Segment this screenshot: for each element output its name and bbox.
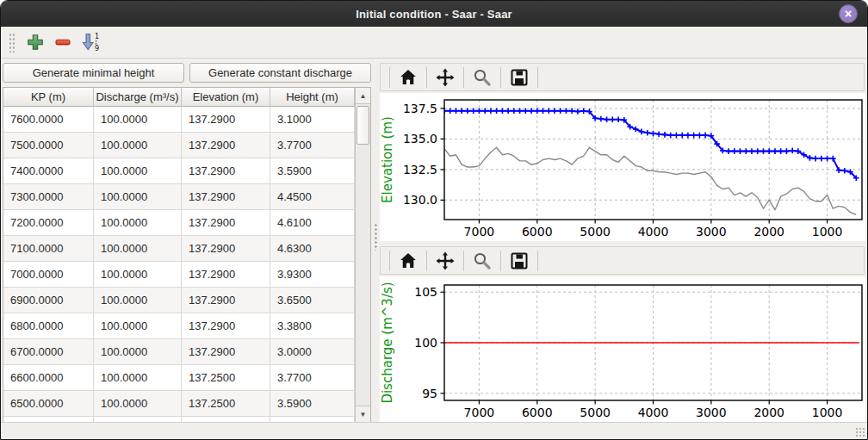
- plot-home-button[interactable]: [395, 249, 421, 273]
- column-header-elevation[interactable]: Elevation (m): [182, 88, 270, 107]
- table-row[interactable]: 7500.0000100.0000137.29003.7700: [3, 133, 355, 158]
- table-cell[interactable]: 7200.0000: [3, 210, 94, 236]
- table-cell[interactable]: 137.2900: [182, 210, 270, 236]
- svg-text:1: 1: [95, 33, 99, 40]
- plot-zoom-button[interactable]: [469, 65, 495, 90]
- scrollbar-up-arrow-icon[interactable]: ▲: [356, 88, 370, 104]
- table-cell[interactable]: 6800.0000: [3, 313, 94, 339]
- table-cell[interactable]: 3.0000: [270, 339, 355, 365]
- table-cell[interactable]: 100.0000: [94, 236, 182, 262]
- pan-icon: [435, 251, 456, 271]
- table-cell[interactable]: 3.7700: [270, 133, 355, 158]
- elevation-figure-canvas[interactable]: 7000600050004000300020001000137.5135.013…: [380, 93, 865, 241]
- table-cell[interactable]: 100.0000: [94, 210, 182, 236]
- zoom-icon: [472, 67, 493, 88]
- svg-text:130.0: 130.0: [403, 193, 437, 207]
- table-cell[interactable]: 100.0000: [94, 158, 182, 184]
- titlebar[interactable]: Initial condition - Saar - Saar ×: [1, 1, 867, 27]
- column-header-kp[interactable]: KP (m): [3, 88, 94, 107]
- remove-row-button[interactable]: [51, 30, 75, 54]
- table-row[interactable]: 6900.0000100.0000137.29003.6500: [3, 288, 355, 313]
- splitter-handle[interactable]: [375, 223, 377, 251]
- table-cell[interactable]: 137.2500: [182, 365, 270, 391]
- table-cell[interactable]: 6700.0000: [3, 339, 94, 365]
- table-cell[interactable]: 6500.0000: [3, 391, 94, 417]
- add-row-button[interactable]: [23, 30, 47, 54]
- resize-grip[interactable]: [855, 427, 865, 437]
- table-cell[interactable]: 100.0000: [94, 313, 182, 339]
- table-cell[interactable]: 137.2900: [182, 184, 270, 210]
- table-row[interactable]: 6700.0000100.0000137.29003.0000: [3, 339, 355, 365]
- plot-pan-button[interactable]: [432, 249, 458, 273]
- save-icon: [509, 67, 530, 88]
- table-row[interactable]: 6800.0000100.0000137.29003.3800: [3, 313, 355, 339]
- discharge-plot-toolbar: [380, 246, 865, 275]
- svg-text:2000: 2000: [753, 225, 784, 239]
- plot-save-button[interactable]: [506, 65, 532, 90]
- column-header-height[interactable]: Height (m): [270, 88, 355, 107]
- plot-zoom-button[interactable]: [469, 249, 495, 273]
- table-cell[interactable]: 137.2900: [182, 107, 270, 133]
- table-cell[interactable]: 100.0000: [94, 391, 182, 417]
- table-cell[interactable]: 100.0000: [94, 365, 182, 391]
- table-cell[interactable]: 4.6300: [270, 236, 355, 262]
- table-cell[interactable]: 3.5900: [270, 158, 355, 184]
- table-cell[interactable]: 4.6100: [270, 210, 355, 236]
- table-cell[interactable]: 100.0000: [94, 184, 182, 210]
- plot-save-button[interactable]: [506, 249, 532, 273]
- toolbar-drag-handle[interactable]: [8, 32, 15, 53]
- table-scrollbar[interactable]: ▲ ▼: [355, 88, 370, 422]
- column-header-discharge[interactable]: Discharge (m³/s): [94, 88, 182, 107]
- table-row[interactable]: 7200.0000100.0000137.29004.6100: [3, 210, 355, 236]
- sort-ascending-button[interactable]: 1 9: [78, 30, 102, 54]
- table-cell[interactable]: 3.6500: [270, 288, 355, 313]
- table-cell[interactable]: 4.4500: [270, 184, 355, 210]
- table-cell[interactable]: 100.0000: [94, 133, 182, 158]
- table-cell[interactable]: 137.2900: [182, 288, 270, 313]
- scrollbar-down-arrow-icon[interactable]: ▼: [356, 406, 370, 422]
- table-cell[interactable]: 7500.0000: [3, 133, 94, 158]
- content-area: Generate minimal height Generate constan…: [1, 59, 867, 422]
- scrollbar-thumb[interactable]: [356, 106, 369, 145]
- table-cell[interactable]: 137.2500: [182, 391, 270, 417]
- table-cell[interactable]: 137.2900: [182, 339, 270, 365]
- svg-text:4000: 4000: [638, 225, 669, 239]
- table-row[interactable]: 7000.0000100.0000137.29003.9300: [3, 262, 355, 288]
- table-row[interactable]: 7400.0000100.0000137.29003.5900: [3, 158, 355, 184]
- table-cell[interactable]: 137.2900: [182, 236, 270, 262]
- table-cell[interactable]: 3.3800: [270, 313, 355, 339]
- table-cell[interactable]: 100.0000: [94, 288, 182, 313]
- table-cell[interactable]: 100.0000: [94, 107, 182, 133]
- generate-minimal-height-button[interactable]: Generate minimal height: [3, 63, 184, 83]
- table-cell[interactable]: 3.7700: [270, 365, 355, 391]
- table-cell[interactable]: 100.0000: [94, 262, 182, 288]
- table-row[interactable]: 7600.0000100.0000137.29003.1000: [3, 107, 355, 133]
- table-cell[interactable]: 137.2900: [182, 158, 270, 184]
- table-cell[interactable]: 7100.0000: [3, 236, 94, 262]
- table-cell[interactable]: 100.0000: [94, 339, 182, 365]
- svg-text:95: 95: [422, 387, 437, 400]
- table-cell[interactable]: 7000.0000: [3, 262, 94, 288]
- table-cell[interactable]: 6600.0000: [3, 365, 94, 391]
- table-cell[interactable]: 3.1000: [270, 107, 355, 133]
- table-cell[interactable]: 7400.0000: [3, 158, 94, 184]
- table-row[interactable]: 7300.0000100.0000137.29004.4500: [3, 184, 355, 210]
- plot-home-button[interactable]: [395, 65, 421, 90]
- table-cell[interactable]: 7600.0000: [3, 107, 94, 133]
- svg-text:100: 100: [414, 336, 437, 350]
- table-cell[interactable]: 137.2900: [182, 262, 270, 288]
- zoom-icon: [472, 251, 493, 271]
- table-cell[interactable]: 137.2900: [182, 313, 270, 339]
- table-row[interactable]: 6500.0000100.0000137.25003.5900: [3, 391, 355, 417]
- table-row[interactable]: 6600.0000100.0000137.25003.7700: [3, 365, 355, 391]
- discharge-figure-canvas[interactable]: 700060005000400030002000100010510095Disc…: [380, 276, 865, 423]
- table-cell[interactable]: 7300.0000: [3, 184, 94, 210]
- table-cell[interactable]: 137.2900: [182, 133, 270, 158]
- table-cell[interactable]: 6900.0000: [3, 288, 94, 313]
- generate-constant-discharge-button[interactable]: Generate constant discharge: [189, 63, 371, 83]
- table-cell[interactable]: 3.5900: [270, 391, 355, 417]
- close-button[interactable]: ×: [839, 4, 858, 23]
- plot-pan-button[interactable]: [432, 65, 458, 90]
- table-row[interactable]: 7100.0000100.0000137.29004.6300: [3, 236, 355, 262]
- table-cell[interactable]: 3.9300: [270, 262, 355, 288]
